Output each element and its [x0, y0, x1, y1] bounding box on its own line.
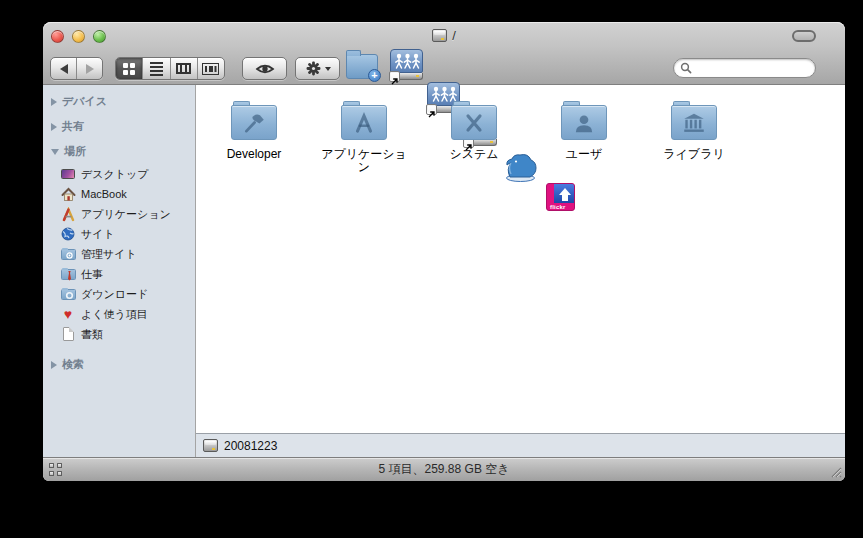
item-label: 管理サイト — [81, 247, 137, 262]
folder-icon — [340, 101, 388, 141]
main-content: Developer アプリケーション — [196, 85, 845, 457]
gear-dropdown-arrow-icon — [325, 67, 331, 71]
list-view-icon — [150, 62, 163, 76]
disclosure-collapsed-icon[interactable] — [51, 123, 57, 131]
column-view-button[interactable] — [170, 58, 197, 79]
icon-view-icon — [123, 63, 135, 75]
section-label: デバイス — [62, 94, 107, 109]
resize-grip[interactable] — [828, 464, 842, 478]
item-label: サイト — [81, 227, 115, 242]
column-view-icon — [176, 63, 191, 74]
path-bar: 20081223 — [196, 433, 845, 457]
x-glyph-icon — [461, 112, 487, 134]
folder-item-library[interactable]: ライブラリ — [642, 99, 746, 161]
folder-label: Developer — [227, 148, 282, 161]
folder-label: システム — [449, 148, 498, 161]
status-bar: 5 項目、259.88 GB 空き — [43, 457, 845, 481]
hammer-glyph-icon — [241, 112, 267, 134]
folder-item-users[interactable]: ユーザ — [532, 99, 636, 161]
titlebar[interactable]: / — [43, 22, 845, 48]
sidebar-item-documents[interactable]: 書類 — [43, 324, 195, 344]
new-folder-button[interactable]: + — [346, 54, 378, 79]
search-icon — [680, 62, 692, 74]
flickr-uploader-button[interactable]: flickr — [546, 183, 575, 211]
folder-label: ライブラリ — [663, 148, 724, 161]
applications-a-glyph-icon — [351, 112, 377, 134]
library-building-glyph-icon — [681, 112, 707, 134]
path-volume-name[interactable]: 20081223 — [224, 439, 277, 453]
item-label: 仕事 — [81, 267, 103, 282]
upload-arrow-stem — [562, 194, 568, 201]
folder-icon — [450, 101, 498, 141]
item-label: よく使う項目 — [81, 307, 148, 322]
coverflow-view-button[interactable] — [197, 58, 224, 79]
sidebar-item-managed-sites[interactable]: 管理サイト — [43, 244, 195, 264]
blue-elephant-app-button[interactable] — [502, 151, 539, 182]
sidebar-item-desktop[interactable]: デスクトップ — [43, 164, 195, 184]
eye-icon — [255, 62, 275, 76]
sidebar-item-favorites[interactable]: ♥ よく使う項目 — [43, 304, 195, 324]
forward-button[interactable] — [76, 58, 102, 79]
gear-icon — [305, 60, 322, 77]
window-header: / — [43, 22, 845, 85]
search-input[interactable] — [696, 60, 809, 76]
sidebar-item-home[interactable]: MacBook — [43, 184, 195, 204]
hard-disk-icon — [203, 439, 218, 452]
sidebar-section-search[interactable]: 検索 — [43, 352, 195, 377]
favorites-heart-icon: ♥ — [60, 306, 76, 322]
icon-view-button[interactable] — [116, 58, 142, 79]
desktop-background: / — [0, 0, 863, 538]
folder-icon — [670, 101, 718, 141]
hard-disk-icon — [432, 29, 447, 42]
downloads-folder-icon — [60, 286, 76, 302]
sidebar: デバイス 共有 場所 デスクトップ — [43, 85, 196, 457]
nav-buttons — [50, 57, 103, 80]
action-menu-button[interactable] — [295, 57, 340, 80]
sidebar-section-devices[interactable]: デバイス — [43, 89, 195, 114]
shared-disk-alias-1[interactable] — [389, 49, 424, 82]
people-glyph-icon — [391, 50, 424, 72]
smart-folder-icon — [60, 246, 76, 262]
alias-arrow-icon — [426, 104, 437, 115]
disclosure-collapsed-icon[interactable] — [51, 361, 57, 369]
item-label: MacBook — [81, 188, 127, 200]
sidebar-item-downloads[interactable]: ダウンロード — [43, 284, 195, 304]
section-label: 検索 — [62, 357, 84, 372]
sidebar-item-sites[interactable]: サイト — [43, 224, 195, 244]
home-icon — [60, 186, 76, 202]
folder-label: アプリケーション — [319, 148, 409, 174]
toolbar-toggle-pill[interactable] — [792, 30, 816, 42]
status-text: 5 項目、259.88 GB 空き — [379, 461, 510, 478]
disclosure-collapsed-icon[interactable] — [51, 98, 57, 106]
quick-look-button[interactable] — [242, 57, 287, 80]
sidebar-item-applications[interactable]: アプリケーション — [43, 204, 195, 224]
sidebar-section-places[interactable]: 場所 — [43, 139, 195, 164]
item-label: 書類 — [81, 327, 103, 342]
work-folder-icon — [60, 266, 76, 282]
search-field[interactable] — [673, 58, 816, 78]
sites-globe-icon — [60, 226, 76, 242]
flickr-label: flickr — [550, 204, 566, 210]
desktop-icon — [60, 166, 76, 182]
view-switcher — [115, 57, 225, 80]
person-glyph-icon — [571, 112, 597, 134]
applications-icon — [60, 206, 76, 222]
finder-window: / — [43, 22, 845, 481]
folder-icon — [560, 101, 608, 141]
list-view-button[interactable] — [142, 58, 169, 79]
icon-view-area[interactable]: Developer アプリケーション — [196, 85, 845, 433]
folder-item-applications[interactable]: アプリケーション — [312, 99, 416, 174]
item-label: アプリケーション — [81, 207, 171, 222]
folder-label: ユーザ — [566, 148, 603, 161]
icon-size-toggle[interactable] — [49, 463, 62, 476]
back-icon — [60, 64, 68, 74]
item-label: ダウンロード — [81, 287, 148, 302]
folder-item-developer[interactable]: Developer — [202, 99, 306, 161]
window-title-text: / — [452, 28, 456, 43]
back-button[interactable] — [51, 58, 76, 79]
disclosure-expanded-icon[interactable] — [51, 149, 59, 155]
coverflow-view-icon — [202, 63, 219, 75]
sidebar-section-shared[interactable]: 共有 — [43, 114, 195, 139]
folder-icon — [230, 101, 278, 141]
sidebar-item-work[interactable]: 仕事 — [43, 264, 195, 284]
